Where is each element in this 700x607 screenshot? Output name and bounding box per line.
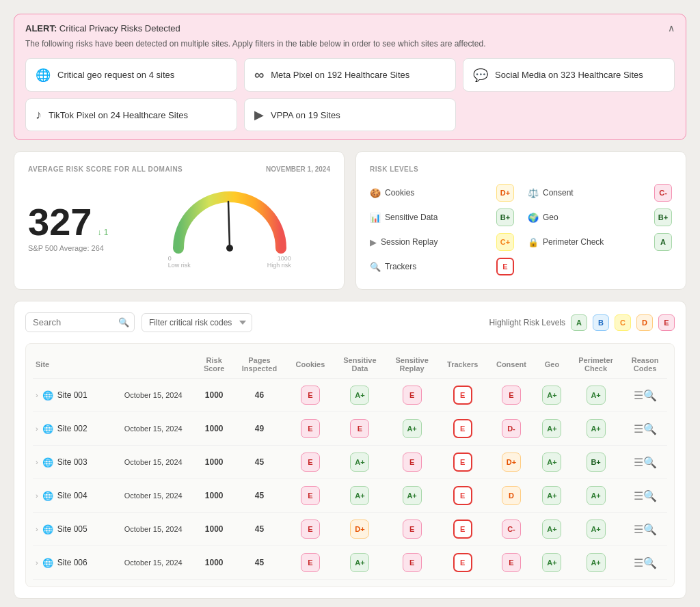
reason-icon-1[interactable]: ☰🔍 — [634, 423, 657, 435]
vppa-icon: ▶ — [254, 107, 264, 122]
trackers-icon: 🔍 — [370, 262, 381, 272]
risk-score-label: AVERAGE RISK SCORE FOR ALL DOMAINS — [28, 165, 183, 173]
site-name-2: Site 003 — [57, 457, 88, 467]
search-icon[interactable]: 🔍 — [118, 317, 129, 327]
expand-btn-1[interactable]: › — [36, 424, 38, 433]
cookies-1: E — [287, 412, 334, 446]
alert-header: ALERT: Critical Privacy Risks Detected ∧ — [25, 23, 675, 33]
expand-btn-3[interactable]: › — [36, 491, 38, 500]
toolbar-left: 🔍 Filter critical risk codes — [25, 312, 252, 332]
globe-icon-4: 🌐 — [42, 524, 53, 535]
geo-3: A+ — [535, 479, 569, 513]
score-change: ↓ 1 — [97, 228, 108, 237]
trackers-1: E — [438, 412, 487, 446]
alert-card-geo-text: Critical geo request on 4 sites — [57, 70, 174, 80]
date-cell-5: October 15, 2024 — [110, 546, 196, 580]
globe-icon-2: 🌐 — [42, 457, 53, 468]
highlight-b[interactable]: B — [593, 314, 609, 331]
perimeter-5: A+ — [569, 546, 623, 580]
site-name-4: Site 005 — [57, 524, 88, 534]
risk-level-sensitive-data: 📊 Sensitive Data B+ — [370, 208, 514, 226]
alert-card-vppa[interactable]: ▶ VPPA on 19 Sites — [244, 98, 456, 131]
cookies-0: E — [287, 379, 334, 412]
sensitive-data-0: A+ — [334, 379, 386, 412]
reason-codes-0[interactable]: ☰🔍 — [623, 379, 667, 412]
trackers-3: E — [438, 479, 487, 513]
risk-level-session-replay: ▶ Session Replay C+ — [370, 233, 514, 251]
col-risk-score: RiskScore — [196, 351, 232, 379]
highlight-c[interactable]: C — [615, 314, 631, 331]
geo-2: A+ — [535, 446, 569, 479]
alert-card-meta-text: Meta Pixel on 192 Healthcare Sites — [271, 70, 409, 80]
cookies-2: E — [287, 446, 334, 479]
alert-collapse-button[interactable]: ∧ — [668, 23, 675, 33]
expand-btn-2[interactable]: › — [36, 458, 38, 466]
cookies-label: Cookies — [385, 188, 414, 198]
reason-codes-1[interactable]: ☰🔍 — [623, 412, 667, 446]
risk-score-5: 1000 — [196, 546, 232, 580]
table-row: › 🌐 Site 006 October 15, 2024 1000 45 E … — [33, 546, 667, 580]
globe-icon-3: 🌐 — [42, 491, 53, 501]
consent-label: Consent — [543, 188, 574, 198]
alert-card-tiktok[interactable]: ♪ TikTok Pixel on 24 Healthcare Sites — [25, 98, 237, 131]
reason-icon-5[interactable]: ☰🔍 — [634, 557, 657, 569]
highlight-a[interactable]: A — [571, 314, 587, 331]
perimeter-1: A+ — [569, 412, 623, 446]
expand-btn-5[interactable]: › — [36, 558, 38, 567]
highlight-d[interactable]: D — [636, 314, 653, 331]
reason-codes-2[interactable]: ☰🔍 — [623, 446, 667, 479]
score-avg: S&P 500 Average: 264 — [28, 244, 108, 252]
perimeter-icon: 🔒 — [528, 237, 539, 247]
risk-level-perimeter: 🔒 Perimeter Check A — [528, 233, 672, 251]
table-header: Site RiskScore PagesInspected Cookies Se… — [33, 351, 667, 379]
cookies-3: E — [287, 479, 334, 513]
highlight-e[interactable]: E — [658, 314, 675, 331]
reason-codes-3[interactable]: ☰🔍 — [623, 479, 667, 513]
sensitive-data-2: A+ — [334, 446, 386, 479]
perimeter-0: A+ — [569, 379, 623, 412]
date-cell-3: October 15, 2024 — [110, 479, 196, 513]
middle-section: AVERAGE RISK SCORE FOR ALL DOMAINS NOVEM… — [14, 151, 686, 290]
col-date — [110, 351, 196, 379]
reason-icon-4[interactable]: ☰🔍 — [634, 524, 657, 535]
risk-levels-title: RISK LEVELS — [370, 165, 672, 173]
globe-icon-0: 🌐 — [42, 390, 53, 401]
reason-icon-2[interactable]: ☰🔍 — [634, 457, 657, 468]
trackers-5: E — [438, 546, 487, 580]
reason-icon-0[interactable]: ☰🔍 — [634, 390, 657, 401]
consent-1: D- — [487, 412, 535, 446]
consent-icon: ⚖️ — [528, 188, 539, 198]
risk-score-card: AVERAGE RISK SCORE FOR ALL DOMAINS NOVEM… — [14, 151, 345, 290]
cookies-5: E — [287, 546, 334, 580]
alert-card-geo[interactable]: 🌐 Critical geo request on 4 sites — [25, 58, 237, 92]
score-left: 327 ↓ 1 S&P 500 Average: 264 — [28, 203, 108, 252]
sensitive-replay-3: A+ — [386, 479, 438, 513]
sensitive-data-badge: B+ — [496, 208, 514, 226]
cookies-icon: 🍪 — [370, 188, 381, 198]
meta-icon: ∞ — [254, 67, 264, 83]
reason-codes-4[interactable]: ☰🔍 — [623, 513, 667, 546]
toolbar-right: Highlight Risk Levels A B C D E — [489, 314, 675, 331]
gauge-high-label: High risk — [267, 262, 291, 269]
table-row: › 🌐 Site 004 October 15, 2024 1000 45 E … — [33, 479, 667, 513]
gauge-max-label: 1000 — [278, 255, 291, 262]
sensitive-data-label: Sensitive Data — [385, 213, 438, 222]
expand-btn-4[interactable]: › — [36, 525, 38, 533]
filter-select[interactable]: Filter critical risk codes — [142, 313, 252, 332]
table-body: › 🌐 Site 001 October 15, 2024 1000 46 E … — [33, 379, 667, 580]
reason-codes-5[interactable]: ☰🔍 — [623, 546, 667, 580]
date-cell-0: October 15, 2024 — [110, 379, 196, 412]
alert-card-social[interactable]: 💬 Social Media on 323 Healthcare Sites — [463, 58, 675, 92]
site-cell-2: › 🌐 Site 003 — [33, 446, 110, 479]
date-cell-4: October 15, 2024 — [110, 513, 196, 546]
table-row: › 🌐 Site 005 October 15, 2024 1000 45 E … — [33, 513, 667, 546]
alert-title: ALERT: Critical Privacy Risks Detected — [25, 23, 180, 33]
session-replay-badge: C+ — [496, 233, 514, 251]
alert-card-meta[interactable]: ∞ Meta Pixel on 192 Healthcare Sites — [244, 58, 456, 92]
highlight-label: Highlight Risk Levels — [489, 318, 565, 327]
data-table: Site RiskScore PagesInspected Cookies Se… — [33, 351, 667, 580]
geo-5: A+ — [535, 546, 569, 580]
sensitive-data-5: A+ — [334, 546, 386, 580]
reason-icon-3[interactable]: ☰🔍 — [634, 490, 657, 502]
expand-btn-0[interactable]: › — [36, 391, 38, 399]
